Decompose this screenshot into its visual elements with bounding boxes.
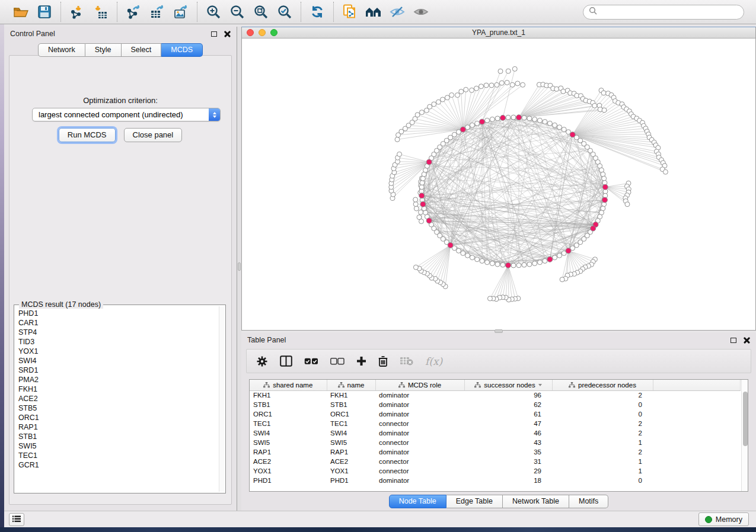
mcds-network-node[interactable] bbox=[479, 119, 484, 124]
cell[interactable]: ACE2 bbox=[250, 457, 327, 466]
table-row[interactable]: ACE2ACE2connector311 bbox=[250, 457, 741, 466]
column-header-MCDS-role[interactable]: MCDS role bbox=[375, 380, 464, 390]
table-scrollbar[interactable] bbox=[741, 380, 748, 491]
tab-select[interactable]: Select bbox=[122, 43, 162, 57]
zoom-in-button[interactable] bbox=[203, 3, 224, 21]
network-node[interactable] bbox=[452, 132, 457, 137]
table-scrollbar-thumb[interactable] bbox=[743, 392, 748, 446]
cell[interactable]: SWI4 bbox=[327, 428, 375, 438]
cell[interactable]: FKH1 bbox=[327, 390, 375, 400]
network-node[interactable] bbox=[428, 104, 432, 109]
tab-motifs[interactable]: Motifs bbox=[569, 495, 608, 508]
cell[interactable]: SWI5 bbox=[250, 438, 327, 447]
mcds-network-node[interactable] bbox=[516, 115, 522, 120]
network-node[interactable] bbox=[625, 202, 630, 207]
mcds-result-item[interactable]: CAR1 bbox=[18, 318, 218, 328]
cell[interactable]: TEC1 bbox=[250, 419, 327, 428]
import-network-button[interactable] bbox=[66, 3, 88, 21]
cell[interactable]: 2 bbox=[552, 390, 653, 400]
network-node[interactable] bbox=[397, 152, 402, 156]
export-table-button[interactable] bbox=[146, 3, 168, 21]
export-network-button[interactable] bbox=[123, 3, 144, 21]
run-mcds-button[interactable]: Run MCDS bbox=[59, 128, 116, 142]
show-all-button[interactable] bbox=[410, 3, 432, 21]
mcds-result-item[interactable]: PMA2 bbox=[18, 375, 218, 384]
close-table-panel-icon[interactable] bbox=[744, 337, 750, 344]
cell[interactable]: dominator bbox=[375, 476, 464, 485]
network-node[interactable] bbox=[419, 110, 424, 115]
network-node[interactable] bbox=[470, 88, 474, 92]
cell[interactable]: 46 bbox=[464, 428, 552, 438]
network-node[interactable] bbox=[455, 93, 460, 98]
network-node[interactable] bbox=[506, 115, 511, 120]
network-node[interactable] bbox=[602, 176, 607, 181]
network-node[interactable] bbox=[506, 69, 511, 73]
zoom-fit-button[interactable] bbox=[250, 3, 272, 21]
table-row[interactable]: SWI5SWI5connector431 bbox=[250, 438, 741, 447]
network-node[interactable] bbox=[561, 89, 566, 94]
cell[interactable]: YOX1 bbox=[327, 466, 375, 476]
cell[interactable]: 29 bbox=[464, 466, 552, 476]
mcds-result-item[interactable]: STP4 bbox=[18, 328, 218, 337]
cell[interactable]: YOX1 bbox=[250, 466, 327, 476]
network-node[interactable] bbox=[499, 81, 504, 85]
network-node[interactable] bbox=[505, 80, 509, 85]
mcds-network-node[interactable] bbox=[602, 197, 607, 203]
cell[interactable]: STB1 bbox=[250, 400, 327, 409]
splitter-grip[interactable] bbox=[238, 262, 241, 271]
mcds-result-scrollbar[interactable] bbox=[219, 306, 224, 492]
network-node[interactable] bbox=[479, 84, 483, 89]
network-node[interactable] bbox=[464, 87, 468, 92]
network-node[interactable] bbox=[413, 265, 418, 270]
mcds-result-item[interactable]: ORC1 bbox=[18, 413, 218, 422]
tab-mcds[interactable]: MCDS bbox=[161, 43, 203, 57]
mcds-result-item[interactable]: FKH1 bbox=[18, 384, 218, 394]
cell[interactable]: SWI5 bbox=[327, 438, 375, 447]
network-node[interactable] bbox=[532, 261, 537, 266]
import-table-button[interactable] bbox=[90, 3, 111, 21]
network-node[interactable] bbox=[456, 248, 461, 253]
network-node[interactable] bbox=[465, 253, 470, 258]
cell[interactable]: 61 bbox=[464, 409, 552, 419]
network-node[interactable] bbox=[485, 260, 490, 265]
cell[interactable]: connector bbox=[375, 457, 464, 466]
memory-button[interactable]: Memory bbox=[698, 512, 749, 526]
cell[interactable]: 43 bbox=[464, 438, 552, 447]
network-node[interactable] bbox=[413, 202, 418, 207]
table-row[interactable]: FKH1FKH1dominator962 bbox=[250, 390, 741, 400]
delete-table-button[interactable] bbox=[400, 357, 413, 366]
network-node[interactable] bbox=[487, 296, 492, 301]
mcds-result-item[interactable]: SRD1 bbox=[18, 366, 218, 375]
network-node[interactable] bbox=[436, 100, 441, 104]
cell[interactable]: 35 bbox=[464, 447, 552, 457]
cell[interactable]: dominator bbox=[375, 409, 464, 419]
mcds-result-item[interactable]: STB5 bbox=[18, 403, 218, 413]
cell[interactable]: dominator bbox=[375, 390, 464, 400]
tab-network-table[interactable]: Network Table bbox=[503, 495, 569, 508]
vertical-splitter[interactable] bbox=[237, 27, 241, 511]
table-row[interactable]: STB1STB1dominator620 bbox=[250, 400, 741, 409]
cell[interactable]: SWI4 bbox=[250, 428, 327, 438]
cell[interactable]: 2 bbox=[552, 447, 653, 457]
cell[interactable]: ACE2 bbox=[327, 457, 375, 466]
network-node[interactable] bbox=[495, 116, 500, 121]
table-row[interactable]: PHD1PHD1dominator180 bbox=[250, 476, 741, 485]
mcds-network-node[interactable] bbox=[420, 201, 426, 207]
column-header-name[interactable]: name bbox=[327, 380, 375, 390]
tab-style[interactable]: Style bbox=[85, 43, 122, 57]
function-builder-button[interactable]: f(x) bbox=[425, 355, 442, 367]
network-node[interactable] bbox=[510, 82, 515, 87]
mcds-network-node[interactable] bbox=[505, 262, 511, 268]
cell[interactable]: 31 bbox=[464, 457, 552, 466]
mcds-result-item[interactable]: TEC1 bbox=[18, 451, 218, 460]
network-node[interactable] bbox=[395, 137, 400, 142]
cell[interactable]: 1 bbox=[552, 438, 653, 447]
network-node[interactable] bbox=[484, 83, 489, 88]
float-table-panel-icon[interactable] bbox=[731, 338, 736, 343]
column-panel-button[interactable] bbox=[280, 355, 292, 367]
network-node[interactable] bbox=[601, 91, 606, 95]
refresh-button[interactable] bbox=[307, 3, 328, 21]
network-node[interactable] bbox=[557, 125, 562, 130]
cell[interactable]: connector bbox=[375, 438, 464, 447]
delete-column-button[interactable] bbox=[378, 355, 388, 367]
